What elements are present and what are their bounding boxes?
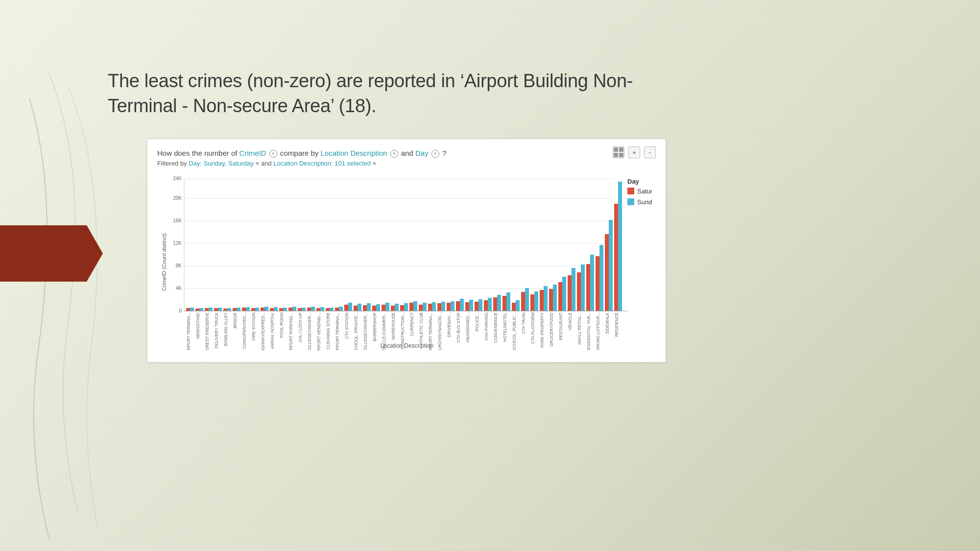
svg-rect-86 — [516, 300, 520, 311]
svg-text:8K: 8K — [176, 263, 182, 268]
svg-text:AIRPORT VENDING...: AIRPORT VENDING... — [316, 312, 321, 350]
svg-rect-158 — [627, 188, 634, 194]
svg-rect-46 — [330, 308, 334, 311]
svg-text:ABANDONED...: ABANDONED... — [465, 312, 470, 342]
svg-rect-80 — [488, 298, 492, 311]
svg-rect-47 — [335, 308, 339, 311]
grid-view-button[interactable] — [613, 146, 624, 158]
filter1-remove[interactable]: × — [256, 160, 260, 167]
svg-rect-85 — [512, 303, 516, 311]
svg-rect-27 — [242, 308, 246, 311]
svg-text:HOTEL/MOTEL: HOTEL/MOTEL — [502, 312, 507, 341]
svg-rect-18 — [199, 308, 203, 311]
svg-text:DRIVEWAY...: DRIVEWAY... — [447, 312, 452, 337]
question-suffix: ? — [442, 149, 446, 157]
svg-rect-100 — [581, 264, 585, 311]
chart-question: How does the number of CrimeID × compare… — [157, 149, 656, 158]
bars-group — [186, 182, 622, 311]
field3-label[interactable]: Day — [415, 149, 429, 157]
field2-remove[interactable]: × — [390, 150, 398, 158]
svg-text:16K: 16K — [173, 218, 182, 223]
svg-text:JAIL / LOCK-UP: JAIL / LOCK-UP — [298, 312, 303, 342]
svg-rect-25 — [233, 308, 237, 311]
svg-text:SMALL RETAIL...: SMALL RETAIL... — [577, 312, 582, 345]
filter1[interactable]: Day: Sunday, Saturday — [189, 160, 254, 167]
svg-text:Day: Day — [627, 178, 640, 185]
chart-controls: + - — [613, 146, 656, 158]
svg-rect-39 — [298, 308, 302, 311]
filter-prefix: Filtered by — [157, 160, 187, 167]
svg-rect-52 — [358, 304, 361, 311]
svg-rect-38 — [292, 307, 296, 311]
svg-rect-40 — [302, 308, 306, 311]
svg-text:DELIVERY TRUCK: DELIVERY TRUCK — [214, 312, 219, 348]
svg-rect-23 — [223, 309, 227, 311]
svg-text:BRIDGE: BRIDGE — [233, 312, 238, 328]
y-axis-label: CrimeID (Count distinct) — [161, 233, 167, 290]
svg-rect-43 — [316, 308, 320, 311]
svg-rect-94 — [553, 285, 557, 311]
filter2-remove[interactable]: × — [373, 160, 377, 167]
chart-svg: CrimeID (Count distinct) — [157, 174, 652, 350]
svg-rect-56 — [376, 304, 380, 311]
svg-rect-36 — [283, 308, 287, 311]
zoom-out-button[interactable]: - — [644, 146, 656, 158]
field3-remove[interactable]: × — [431, 150, 439, 158]
svg-rect-74 — [460, 299, 464, 311]
svg-rect-19 — [205, 308, 209, 311]
svg-rect-29 — [251, 308, 255, 311]
zoom-in-button[interactable]: + — [628, 146, 640, 158]
svg-text:CTA STATION: CTA STATION — [344, 312, 349, 339]
content-area: The least crimes (non-zero) are reported… — [108, 69, 951, 362]
svg-rect-48 — [339, 307, 343, 311]
filter2[interactable]: Location Description: 101 selected — [273, 160, 371, 167]
svg-rect-50 — [348, 303, 352, 311]
question-prefix: How does the number of — [157, 149, 237, 157]
svg-rect-65 — [419, 305, 423, 311]
svg-text:VEHICLE: VEHICLE — [568, 312, 573, 330]
svg-rect-83 — [502, 296, 506, 311]
svg-rect-32 — [264, 307, 268, 311]
svg-text:CHA PARKING: CHA PARKING — [484, 312, 489, 340]
svg-rect-42 — [311, 307, 315, 311]
field2-label[interactable]: Location Description — [321, 149, 387, 157]
svg-text:RESIDENCE: RESIDENCE — [614, 312, 619, 336]
svg-rect-60 — [395, 304, 399, 311]
svg-text:COLLEGE/UNIVER...: COLLEGE/UNIVER... — [363, 312, 368, 350]
svg-rect-61 — [400, 305, 404, 311]
svg-rect-31 — [261, 308, 264, 311]
connector-text: and — [401, 149, 413, 157]
svg-text:AIRPORT TERMINA...: AIRPORT TERMINA... — [335, 312, 340, 350]
svg-rect-51 — [354, 306, 358, 311]
red-arrow-decoration — [0, 225, 103, 282]
svg-rect-57 — [382, 305, 385, 311]
field1-remove[interactable]: × — [269, 150, 277, 158]
svg-text:NEWSSTAND: NEWSSTAND — [195, 312, 200, 339]
svg-text:CHURCH/SYNAGOG...: CHURCH/SYNAGOG... — [437, 312, 442, 350]
svg-text:COINOPERATED...: COINOPERATED... — [242, 312, 247, 349]
svg-rect-21 — [214, 308, 218, 311]
svg-text:SIDEWALK: SIDEWALK — [605, 312, 610, 334]
svg-rect-73 — [456, 301, 460, 311]
svg-rect-71 — [447, 303, 451, 311]
x-axis-label: Location Description — [381, 342, 434, 349]
chart-legend: Day Saturday Sunday — [627, 178, 652, 206]
svg-rect-28 — [246, 307, 250, 311]
chart-inner: CrimeID (Count distinct) — [157, 174, 656, 352]
svg-text:AIRPORT TERMINA...: AIRPORT TERMINA... — [428, 312, 433, 350]
svg-text:ATHLETIC CLUB: ATHLETIC CLUB — [419, 312, 424, 344]
svg-rect-53 — [363, 305, 367, 311]
svg-text:RESTAURANT: RESTAURANT — [558, 312, 563, 340]
svg-rect-99 — [577, 272, 581, 311]
svg-rect-96 — [562, 277, 566, 311]
svg-text:FOREST PRESERVE: FOREST PRESERVE — [205, 312, 210, 350]
svg-rect-102 — [590, 255, 594, 311]
svg-rect-69 — [437, 303, 441, 311]
svg-rect-30 — [255, 308, 259, 311]
field1-label[interactable]: CrimeID — [239, 149, 266, 157]
svg-rect-97 — [568, 275, 572, 311]
svg-text:24K: 24K — [173, 176, 182, 181]
svg-text:RESIDENTIAL YAR...: RESIDENTIAL YAR... — [586, 312, 591, 350]
svg-rect-87 — [521, 292, 525, 311]
svg-text:FIRE STATION: FIRE STATION — [251, 312, 256, 340]
